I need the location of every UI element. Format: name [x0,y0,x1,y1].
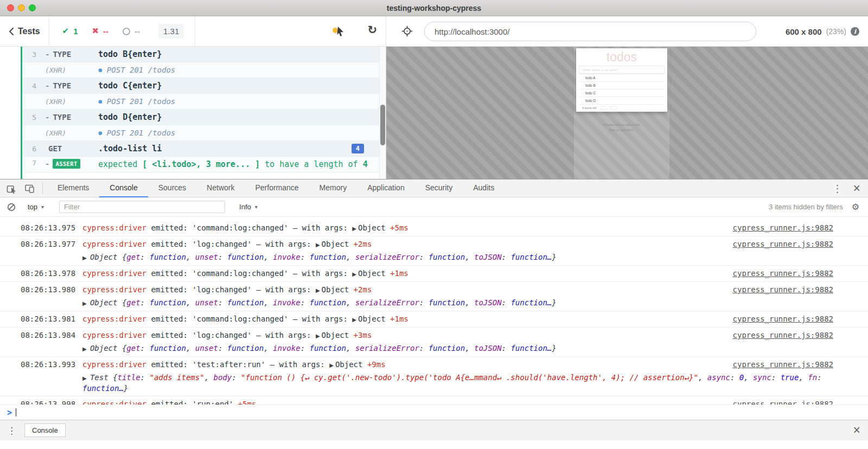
tab-elements[interactable]: Elements [47,179,99,197]
tab-memory[interactable]: Memory [309,179,358,197]
command-message: .todo-list li [98,144,162,153]
todo-app-preview: todos What needs to be done? todo A todo… [576,48,667,112]
chevron-down-icon: ▾ [255,204,258,210]
log-message: cypress:driver emitted: 'test:after:run'… [82,359,726,371]
tab-audits[interactable]: Audits [463,179,505,197]
console-prompt[interactable]: > [0,405,868,420]
reporter-scrollbar [379,47,386,179]
source-link[interactable]: cypress_runner.js:9882 [733,359,833,370]
tab-network[interactable]: Network [196,179,245,197]
command-method: -TYPE [45,50,95,59]
url-bar[interactable]: http://localhost:3000/ [424,22,756,41]
tab-sources[interactable]: Sources [148,179,196,197]
cypress-toolbar: Tests ✔ 1 ✖ -- -- 1.31 [0,16,868,47]
hidden-items-note: 3 items hidden by filters [769,203,843,211]
object-preview[interactable]: ▶ Object {get: function, unset: function… [82,343,825,354]
command-method: -ASSERT [45,159,95,169]
devtools-menu-icon[interactable]: ⋮ [833,183,843,194]
drawer-tab-console[interactable]: Console [24,424,66,437]
execution-context-selector[interactable]: top ▾ [28,203,44,211]
command-number: 5 [24,113,36,121]
xhr-row[interactable]: (XHR) ●POST 201 /todos [22,94,386,110]
source-link[interactable]: cypress_runner.js:9882 [733,330,833,341]
route-dot-icon: ● [98,67,103,73]
console-message: 08:26:13.980 cypress:driver emitted: 'lo… [0,282,868,311]
todo-footer: 4 items left [579,104,665,112]
xhr-message: ●POST 201 /todos [98,66,175,74]
route-dot-icon: ● [98,99,103,104]
console-message: 08:26:13.978 cypress:driver emitted: 'co… [0,266,868,282]
tab-security[interactable]: Security [415,179,463,197]
mouse-cursor-icon [331,25,346,37]
source-link[interactable]: cypress_runner.js:9882 [733,399,833,405]
info-icon[interactable]: i [851,27,859,36]
log-message: cypress:driver emitted: 'command:log:cha… [82,222,726,234]
timestamp: 08:26:13.998 [21,399,77,405]
back-to-tests-button[interactable]: Tests [9,27,40,36]
divider [42,182,43,194]
timestamp: 08:26:13.978 [21,268,77,279]
text-cursor [16,408,16,416]
clear-console-icon[interactable] [7,203,16,211]
test-stats: ✔ 1 ✖ -- -- [62,27,141,36]
inspect-element-icon[interactable] [7,183,17,194]
assert-badge: ASSERT [53,159,80,169]
bottom-spacer [0,440,868,449]
runner-area: 3 -TYPE todo B{enter} (XHR) ●POST 201 /t… [0,47,868,179]
tab-application[interactable]: Application [357,179,415,197]
tab-performance[interactable]: Performance [245,179,309,197]
drawer-close-icon[interactable]: × [853,424,860,437]
object-preview[interactable]: ▶ Object {get: function, unset: function… [82,298,825,309]
source-link[interactable]: cypress_runner.js:9882 [733,222,833,233]
object-preview[interactable]: ▶ Test {title: "adds items", body: "func… [82,373,825,394]
viewport-info: 600 x 800 (23%) i [786,16,859,47]
log-message: cypress:driver emitted: 'log:changed' — … [82,284,726,296]
devtools-close-icon[interactable]: × [853,182,860,195]
pending-stat: -- [123,27,140,36]
scrollbar-thumb[interactable] [380,105,385,145]
gear-icon[interactable]: ⚙ [852,202,859,212]
console-message: 08:26:13.975 cypress:driver emitted: 'co… [0,220,868,236]
timestamp: 08:26:13.980 [21,284,77,295]
log-message: cypress:driver emitted: 'log:changed' — … [82,330,726,342]
xhr-row[interactable]: (XHR) ●POST 201 /todos [22,125,386,141]
command-row[interactable]: 5 -TYPE todo D{enter} [22,110,386,125]
context-label: top [28,203,37,211]
command-message: todo C{enter} [98,81,162,91]
refresh-icon[interactable]: ↻ [367,23,377,36]
command-row[interactable]: 4 -TYPE todo C{enter} [22,78,386,94]
drawer-menu-icon[interactable]: ⋮ [7,425,16,436]
failed-count: -- [103,27,108,36]
console-filter-input[interactable] [59,201,225,213]
object-preview[interactable]: ▶ Object {get: function, unset: function… [82,252,825,263]
command-message: todo D{enter} [98,112,162,122]
xhr-message: ●POST 201 /todos [98,97,175,106]
devtools-drawer-bar: ⋮ Console × [0,420,868,440]
log-level-selector[interactable]: Info ▾ [239,203,258,211]
command-row[interactable]: 3 -TYPE todo B{enter} [22,47,386,62]
assert-message: expected [ <li.todo>, 3 more... ] to hav… [98,159,376,170]
url-text: http://localhost:3000/ [435,27,509,36]
selector-playground-icon[interactable] [401,25,413,37]
source-link[interactable]: cypress_runner.js:9882 [733,284,833,295]
command-number: 4 [24,82,36,90]
assert-row[interactable]: 7 -ASSERT expected [ <li.todo>, 3 more..… [22,157,386,172]
source-link[interactable]: cypress_runner.js:9882 [733,313,833,324]
command-log-panel: 3 -TYPE todo B{enter} (XHR) ●POST 201 /t… [0,47,386,179]
timestamp: 08:26:13.981 [21,313,77,324]
todo-item: todo B [579,81,665,89]
command-number: 7 [24,159,36,167]
todo-items-left: 4 items left [582,106,597,110]
command-message: todo B{enter} [98,49,162,59]
command-method: GET [45,144,95,153]
command-row[interactable]: 6 GET .todo-list li 4 [22,141,386,157]
viewport-size: 600 x 800 [786,27,822,36]
timestamp: 08:26:13.993 [21,359,77,370]
xhr-row[interactable]: (XHR) ●POST 201 /todos [22,62,386,78]
viewport-zoom: (23%) [826,27,846,36]
tab-console[interactable]: Console [99,179,148,197]
devtools-tabbar: Elements Console Sources Network Perform… [0,179,868,197]
source-link[interactable]: cypress_runner.js:9882 [733,268,833,279]
device-toolbar-icon[interactable] [24,183,35,194]
source-link[interactable]: cypress_runner.js:9882 [733,239,833,249]
